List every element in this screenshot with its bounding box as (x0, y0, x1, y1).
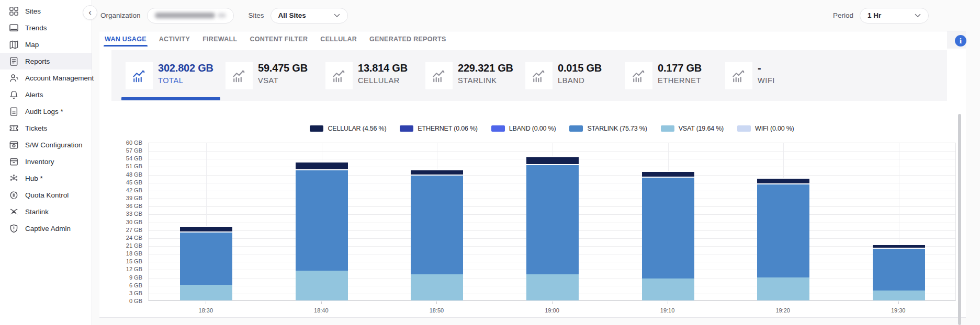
tab-wan-usage[interactable]: WAN USAGE (105, 31, 147, 47)
y-tick-label: 15 GB (105, 258, 142, 264)
stat-card-cellular[interactable]: 13.814 GBCELLULAR (311, 50, 411, 101)
sidebar-nav: SitesTrendsMapReportsAccount ManagementA… (0, 0, 92, 325)
bar-1900-vsat[interactable] (526, 274, 579, 300)
bar-1840-cellular[interactable] (296, 161, 348, 169)
organization-select[interactable] (147, 8, 234, 24)
y-tick-label: 60 GB (105, 140, 142, 146)
bar-1920-starlink[interactable] (757, 183, 809, 277)
info-icon[interactable]: i (955, 35, 966, 47)
sidebar-item-alerts[interactable]: Alerts (0, 86, 92, 103)
bar-1850-vsat[interactable] (411, 274, 463, 300)
sidebar-item-hub[interactable]: Hub * (0, 170, 92, 187)
bar-1840-starlink[interactable] (296, 169, 348, 271)
stat-card-starlink[interactable]: 229.321 GBSTARLINK (411, 50, 511, 101)
tab-generated-reports[interactable]: GENERATED REPORTS (369, 31, 446, 47)
y-tick-label: 0 GB (105, 298, 142, 304)
bar-1910-vsat[interactable] (642, 278, 694, 300)
bar-1930-starlink[interactable] (873, 248, 925, 291)
active-stat-underline (121, 97, 220, 100)
x-tick-label: 19:20 (762, 307, 804, 314)
sw-configuration-icon (8, 140, 19, 150)
tab-activity[interactable]: ACTIVITY (159, 31, 190, 47)
tab-firewall[interactable]: FIREWALL (202, 31, 237, 47)
collapse-sidebar-button[interactable]: ‹ (83, 5, 97, 20)
sidebar-item-label: Account Management (25, 74, 94, 82)
legend-item-wifi[interactable]: WIFI (0.00 %) (737, 125, 794, 132)
stat-label: CELLULAR (358, 76, 408, 85)
legend-item-lband[interactable]: LBAND (0.00 %) (491, 125, 556, 132)
sidebar-item-starlink[interactable]: Starlink (0, 203, 92, 220)
bar-1850-cellular[interactable] (411, 169, 463, 175)
bar-1920-cellular[interactable] (757, 178, 809, 183)
sidebar-item-s-w-configuration[interactable]: S/W Configuration (0, 136, 92, 153)
y-tick-label: 27 GB (105, 227, 142, 233)
bar-1830-vsat[interactable] (180, 285, 232, 300)
y-tick-label: 24 GB (105, 235, 142, 241)
y-tick-label: 30 GB (105, 219, 142, 225)
sites-select[interactable]: All Sites (271, 8, 348, 24)
sidebar-item-label: Sites (25, 7, 41, 15)
legend-item-vsat[interactable]: VSAT (19.64 %) (661, 125, 724, 132)
bar-1840-vsat[interactable] (296, 271, 348, 300)
sidebar-item-inventory[interactable]: Inventory (0, 153, 92, 170)
legend-label: WIFI (0.00 %) (755, 125, 794, 132)
stat-card-wifi[interactable]: -WIFI (711, 50, 811, 101)
x-tick-label: 18:50 (415, 307, 457, 314)
stat-value: 302.802 GB (158, 62, 213, 74)
organization-label: Organization (100, 11, 141, 19)
chart-legend: CELLULAR (4.56 %)ETHERNET (0.06 %)LBAND … (148, 125, 956, 132)
stat-label: LBAND (558, 76, 602, 85)
bar-1910-cellular[interactable] (642, 171, 694, 177)
stat-card-lband[interactable]: 0.015 GBLBAND (511, 50, 611, 101)
sidebar-item-account-management[interactable]: Account Management (0, 69, 92, 86)
bar-1910-starlink[interactable] (642, 177, 694, 278)
usage-stats-strip: 302.802 GBTOTAL59.475 GBVSAT13.814 GBCEL… (111, 50, 947, 101)
stat-text: 0.177 GBETHERNET (658, 62, 702, 85)
sidebar-item-tickets[interactable]: Tickets (0, 120, 92, 136)
sidebar-item-trends[interactable]: Trends (0, 19, 92, 36)
sidebar-item-captive-admin[interactable]: Captive Admin (0, 220, 92, 237)
stat-value: 0.177 GB (658, 62, 702, 74)
chevron-down-icon (903, 14, 921, 18)
bar-1830-starlink[interactable] (180, 231, 232, 285)
stat-text: 229.321 GBSTARLINK (458, 62, 513, 85)
sites-select-value: All Sites (278, 11, 306, 19)
tab-content-filter[interactable]: CONTENT FILTER (250, 31, 308, 47)
legend-item-cellular[interactable]: CELLULAR (4.56 %) (310, 125, 386, 132)
sidebar-item-audit-logs[interactable]: Audit Logs * (0, 103, 92, 120)
sidebar-item-quota-kontrol[interactable]: Quota Kontrol (0, 187, 92, 203)
bar-1920-vsat[interactable] (757, 277, 809, 300)
sidebar-item-label: Map (25, 41, 39, 49)
bar-1930-cellular[interactable] (873, 244, 925, 247)
stat-text: 13.814 GBCELLULAR (358, 62, 408, 85)
period-select[interactable]: 1 Hr (860, 8, 929, 24)
bar-1830-cellular[interactable] (180, 226, 232, 231)
y-tick-label: 39 GB (105, 195, 142, 201)
stat-label: VSAT (258, 76, 308, 85)
account-management-icon (8, 73, 19, 83)
x-tick (206, 301, 206, 304)
sidebar-item-sites[interactable]: Sites (0, 3, 92, 19)
app-window: Organization Sites All Sites Period 1 Hr… (0, 0, 980, 325)
legend-item-ethernet[interactable]: ETHERNET (0.06 %) (400, 125, 477, 132)
y-tick-label: 42 GB (105, 187, 142, 193)
legend-label: VSAT (19.64 %) (679, 125, 724, 132)
y-tick-label: 57 GB (105, 147, 142, 154)
vertical-scrollbar[interactable] (958, 114, 961, 325)
organization-redacted-value-2 (218, 13, 226, 18)
gridline (149, 151, 955, 152)
bar-1900-starlink[interactable] (526, 164, 579, 274)
x-tick (898, 301, 899, 304)
stat-card-vsat[interactable]: 59.475 GBVSAT (211, 50, 311, 101)
sidebar-item-map[interactable]: Map (0, 36, 92, 53)
bar-1930-vsat[interactable] (873, 291, 925, 300)
sidebar-item-label: Audit Logs * (25, 108, 63, 115)
tab-cellular[interactable]: CELLULAR (320, 31, 357, 47)
bar-1850-starlink[interactable] (411, 175, 463, 274)
sidebar-item-reports[interactable]: Reports (0, 53, 92, 69)
usage-chart-icon (625, 62, 652, 89)
stat-card-total[interactable]: 302.802 GBTOTAL (111, 50, 211, 101)
stat-card-ethernet[interactable]: 0.177 GBETHERNET (611, 50, 711, 101)
bar-1900-cellular[interactable] (526, 156, 579, 164)
legend-item-starlink[interactable]: STARLINK (75.73 %) (569, 125, 647, 132)
